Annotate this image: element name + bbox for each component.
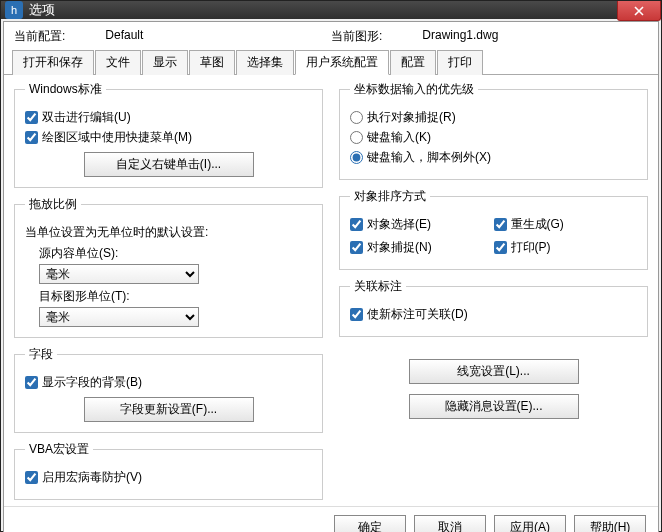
current-config-value: Default — [105, 28, 143, 45]
chk-obj-snap[interactable] — [350, 241, 363, 254]
window-title: 选项 — [29, 1, 55, 19]
close-button[interactable] — [617, 1, 661, 21]
group-assoc-dim: 关联标注 使新标注可关联(D) — [339, 278, 648, 337]
chk-label: 对象捕捉(N) — [367, 239, 432, 256]
group-drag-scale: 拖放比例 当单位设置为无单位时的默认设置: 源内容单位(S): 毫米 目标图形单… — [14, 196, 323, 338]
tab-print[interactable]: 打印 — [437, 50, 483, 75]
group-object-sort: 对象排序方式 对象选择(E) 重生成(G) 对象捕捉(N) 打印(P) — [339, 188, 648, 270]
chk-field-background[interactable] — [25, 376, 38, 389]
titlebar: h 选项 — [1, 1, 661, 19]
current-drawing-value: Drawing1.dwg — [422, 28, 498, 45]
chk-dblclick-edit[interactable] — [25, 111, 38, 124]
select-source-units[interactable]: 毫米 — [39, 264, 199, 284]
radio-osnap[interactable] — [350, 111, 363, 124]
tab-selection[interactable]: 选择集 — [236, 50, 294, 75]
chk-macro-virus-protection[interactable] — [25, 471, 38, 484]
tab-profiles[interactable]: 配置 — [390, 50, 436, 75]
src-units-label: 源内容单位(S): — [39, 245, 312, 262]
current-drawing-label: 当前图形: — [331, 28, 382, 45]
group-legend: 对象排序方式 — [350, 188, 430, 205]
radio-label: 键盘输入(K) — [367, 129, 431, 146]
group-field: 字段 显示字段的背景(B) 字段更新设置(F)... — [14, 346, 323, 433]
cancel-button[interactable]: 取消 — [414, 515, 486, 532]
apply-button[interactable]: 应用(A) — [494, 515, 566, 532]
tab-file[interactable]: 文件 — [95, 50, 141, 75]
radio-label: 键盘输入，脚本例外(X) — [367, 149, 491, 166]
chk-label: 重生成(G) — [511, 216, 564, 233]
info-row: 当前配置: Default 当前图形: Drawing1.dwg — [4, 22, 658, 49]
chk-new-dim-assoc[interactable] — [350, 308, 363, 321]
btn-field-update-settings[interactable]: 字段更新设置(F)... — [84, 397, 254, 422]
group-legend: 字段 — [25, 346, 57, 363]
radio-keyboard[interactable] — [350, 131, 363, 144]
radio-label: 执行对象捕捉(R) — [367, 109, 456, 126]
tab-display[interactable]: 显示 — [142, 50, 188, 75]
chk-regen[interactable] — [494, 218, 507, 231]
group-legend: 拖放比例 — [25, 196, 81, 213]
chk-label: 启用宏病毒防护(V) — [42, 469, 142, 486]
select-target-units[interactable]: 毫米 — [39, 307, 199, 327]
chk-label: 使新标注可关联(D) — [367, 306, 468, 323]
chk-label: 显示字段的背景(B) — [42, 374, 142, 391]
dialog-footer: 确定 取消 应用(A) 帮助(H) — [4, 506, 658, 532]
chk-label: 双击进行编辑(U) — [42, 109, 131, 126]
tab-body: Windows标准 双击进行编辑(U) 绘图区域中使用快捷菜单(M) 自定义右键… — [4, 75, 658, 506]
tab-user-prefs[interactable]: 用户系统配置 — [295, 50, 389, 75]
chk-shortcut-menu[interactable] — [25, 131, 38, 144]
close-icon — [634, 6, 644, 16]
chk-label: 绘图区域中使用快捷菜单(M) — [42, 129, 192, 146]
options-dialog: h 选项 当前配置: Default 当前图形: Drawing1.dwg 打开… — [0, 0, 662, 532]
group-windows-standard: Windows标准 双击进行编辑(U) 绘图区域中使用快捷菜单(M) 自定义右键… — [14, 81, 323, 188]
group-legend: VBA宏设置 — [25, 441, 93, 458]
btn-lineweight-settings[interactable]: 线宽设置(L)... — [409, 359, 579, 384]
radio-keyboard-except-script[interactable] — [350, 151, 363, 164]
note-label: 当单位设置为无单位时的默认设置: — [25, 224, 208, 241]
tgt-units-label: 目标图形单位(T): — [39, 288, 312, 305]
chk-label: 对象选择(E) — [367, 216, 431, 233]
chk-print[interactable] — [494, 241, 507, 254]
dialog-content: 当前配置: Default 当前图形: Drawing1.dwg 打开和保存 文… — [3, 21, 659, 532]
tab-strip: 打开和保存 文件 显示 草图 选择集 用户系统配置 配置 打印 — [4, 49, 658, 75]
app-icon: h — [5, 1, 23, 19]
chk-label: 打印(P) — [511, 239, 551, 256]
btn-custom-rightclick[interactable]: 自定义右键单击(I)... — [84, 152, 254, 177]
help-button[interactable]: 帮助(H) — [574, 515, 646, 532]
chk-obj-select[interactable] — [350, 218, 363, 231]
group-legend: 坐标数据输入的优先级 — [350, 81, 478, 98]
group-legend: 关联标注 — [350, 278, 406, 295]
tab-draft[interactable]: 草图 — [189, 50, 235, 75]
group-legend: Windows标准 — [25, 81, 106, 98]
group-coord-priority: 坐标数据输入的优先级 执行对象捕捉(R) 键盘输入(K) 键盘输入，脚本例外(X… — [339, 81, 648, 180]
btn-hide-msg-settings[interactable]: 隐藏消息设置(E)... — [409, 394, 579, 419]
ok-button[interactable]: 确定 — [334, 515, 406, 532]
group-vba: VBA宏设置 启用宏病毒防护(V) — [14, 441, 323, 500]
tab-open-save[interactable]: 打开和保存 — [12, 50, 94, 75]
current-config-label: 当前配置: — [14, 28, 65, 45]
